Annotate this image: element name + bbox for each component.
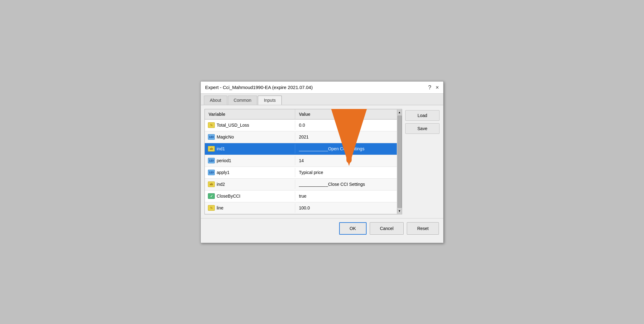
row-value: 0.0 (295, 121, 397, 129)
row-variable: ½ Total_USD_Loss (205, 120, 295, 130)
variable-name: apply1 (217, 170, 229, 175)
row-variable: ab ind1 (205, 144, 295, 153)
row-value: true (295, 192, 397, 200)
variable-name: ind2 (217, 182, 225, 187)
scrollbar[interactable]: ▲ ▼ (397, 109, 402, 214)
scroll-thumb[interactable] (397, 115, 402, 208)
table-row[interactable]: 123 apply1 Typical price (205, 167, 397, 179)
row-value: ____________Close CCI Settings (295, 180, 397, 189)
variable-name: line (217, 205, 223, 210)
table-row[interactable]: ab ind2 ____________Close CCI Settings (205, 179, 397, 190)
table-header: Variable Value (205, 109, 397, 120)
scroll-down-arrow[interactable]: ▼ (397, 209, 402, 214)
variable-name: period1 (217, 158, 231, 163)
row-value: 14 (295, 156, 397, 165)
icon-ab: ab (208, 146, 215, 152)
scroll-up-arrow[interactable]: ▲ (397, 110, 402, 115)
row-variable: ½ line (205, 203, 295, 213)
tab-inputs[interactable]: Inputs (258, 96, 281, 105)
table-wrapper: Variable Value ½ Total_USD_Loss 0.0 (204, 109, 402, 214)
table-row[interactable]: ½ line 100.0 (205, 202, 397, 214)
title-buttons: ? × (428, 85, 439, 90)
table-row[interactable]: ½ Total_USD_Loss 0.0 (205, 120, 397, 131)
icon-123: 123 (208, 134, 215, 140)
row-variable: 123 period1 (205, 156, 295, 165)
icon-123: 123 (208, 158, 215, 163)
title-bar: Expert - Cci_Mahmoud1990-EA (expire 2021… (201, 82, 443, 94)
row-value: ____________Open CCI Settings (295, 144, 397, 153)
bottom-bar: OK Cancel Reset (201, 218, 443, 238)
help-button[interactable]: ? (428, 85, 431, 90)
cancel-button[interactable]: Cancel (370, 222, 404, 235)
window-title: Expert - Cci_Mahmoud1990-EA (expire 2021… (205, 85, 313, 90)
variable-name: CloseByCCI (217, 194, 240, 199)
icon-v2: ½ (208, 205, 215, 211)
icon-123: 123 (208, 170, 215, 175)
icon-ab: ab (208, 181, 215, 187)
icon-v2: ½ (208, 122, 215, 128)
icon-check: ✓ (208, 193, 215, 199)
ok-button[interactable]: OK (339, 222, 367, 235)
row-variable: ✓ CloseByCCI (205, 191, 295, 201)
table-row[interactable]: 123 MagicNo 2021 (205, 131, 397, 143)
table-row[interactable]: ✓ CloseByCCI true (205, 190, 397, 202)
load-button[interactable]: Load (405, 110, 440, 121)
tab-common[interactable]: Common (228, 96, 257, 105)
row-value: Typical price (295, 168, 397, 177)
row-variable: 123 MagicNo (205, 132, 295, 142)
column-header-value: Value (295, 109, 397, 119)
data-table: Variable Value ½ Total_USD_Loss 0.0 (204, 109, 402, 214)
table-data-area: Variable Value ½ Total_USD_Loss 0.0 (205, 109, 397, 214)
row-variable: ab ind2 (205, 180, 295, 189)
table-row[interactable]: 123 period1 14 (205, 155, 397, 167)
content-area: Variable Value ½ Total_USD_Loss 0.0 (201, 105, 443, 218)
tab-about[interactable]: About (204, 96, 227, 105)
row-value: 100.0 (295, 204, 397, 212)
save-button[interactable]: Save (405, 123, 440, 134)
reset-button[interactable]: Reset (407, 222, 439, 235)
main-window: Expert - Cci_Mahmoud1990-EA (expire 2021… (200, 81, 444, 243)
variable-name: ind1 (217, 146, 225, 151)
row-value: 2021 (295, 133, 397, 141)
column-header-variable: Variable (205, 109, 295, 119)
right-buttons-panel: Load Save (405, 109, 440, 214)
row-variable: 123 apply1 (205, 168, 295, 177)
variable-name: Total_USD_Loss (217, 123, 249, 128)
table-row-selected[interactable]: ab ind1 ____________Open CCI Settings (205, 143, 397, 155)
tab-bar: About Common Inputs (201, 94, 443, 105)
close-button[interactable]: × (435, 85, 439, 90)
variable-name: MagicNo (217, 134, 234, 139)
